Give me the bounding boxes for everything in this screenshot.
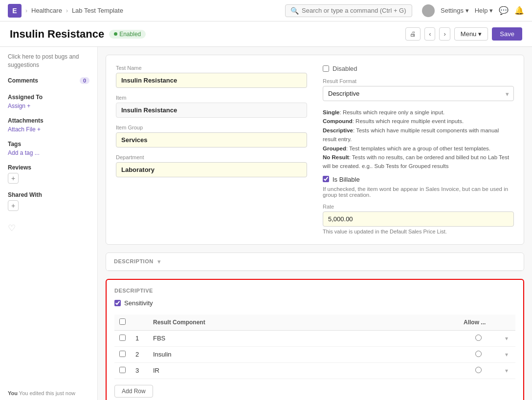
row-2-checkbox[interactable] <box>119 351 126 357</box>
search-input[interactable] <box>302 7 407 14</box>
nav-prev-button[interactable]: ‹ <box>424 27 435 41</box>
col-header-action <box>498 315 515 331</box>
item-group-label: Item Group <box>116 125 307 130</box>
print-button[interactable]: 🖨 <box>405 27 421 41</box>
row-3-dropdown-icon[interactable]: ▾ <box>505 367 508 374</box>
test-name-input[interactable] <box>116 73 307 88</box>
app-logo: E <box>8 4 22 18</box>
description-section: DESCRIPTION ▾ <box>106 253 524 271</box>
heart-icon[interactable]: ♡ <box>8 223 89 233</box>
sidebar-feedback[interactable]: Click here to post bugs and suggestions <box>8 53 89 69</box>
save-button[interactable]: Save <box>492 27 522 41</box>
rate-input[interactable] <box>323 211 514 227</box>
settings-button[interactable]: Settings ▾ <box>441 7 469 14</box>
sidebar-meta: You You edited this just now You created… <box>8 389 89 400</box>
sidebar-comments: Comments 0 <box>8 77 89 86</box>
help-button[interactable]: Help ▾ <box>475 7 493 14</box>
result-format-label: Result Format <box>323 78 514 84</box>
col-header-num <box>131 315 148 331</box>
row-1-allow-radio[interactable] <box>475 335 482 341</box>
add-row-button[interactable]: Add Row <box>114 385 153 398</box>
row-1-checkbox[interactable] <box>119 335 126 341</box>
item-group-field: Item Group <box>116 125 307 147</box>
avatar-icon <box>422 4 435 17</box>
row-3-action: ▾ <box>498 362 515 379</box>
row-1-dropdown-icon[interactable]: ▾ <box>505 335 508 342</box>
breadcrumb-lab-test[interactable]: Lab Test Template <box>72 7 123 14</box>
sidebar: Click here to post bugs and suggestions … <box>0 47 98 400</box>
chat-icon[interactable]: 💬 <box>499 6 509 15</box>
row-2-dropdown-icon[interactable]: ▾ <box>505 351 508 358</box>
desc-grouped-label: Grouped <box>323 146 346 151</box>
add-shared-button[interactable]: + <box>8 200 19 211</box>
comments-badge: 0 <box>80 77 89 84</box>
result-format-field: Result Format Single Compound Descriptiv… <box>323 78 514 101</box>
search-bar[interactable]: 🔍 <box>285 4 412 17</box>
billable-row: Is Billable <box>323 176 514 183</box>
item-group-input[interactable] <box>116 132 307 147</box>
page-title-area: Insulin Resistance Enabled <box>10 28 146 41</box>
result-table: Result Component Allow ... 1 FBS ▾ <box>114 315 515 379</box>
item-field: Item Insulin Resistance <box>116 95 307 118</box>
rate-label: Rate <box>323 204 514 210</box>
desc-no-result-label: No Result <box>323 154 349 160</box>
row-3-checkbox[interactable] <box>119 367 126 373</box>
breadcrumb-chevron-1: › <box>25 7 27 14</box>
result-format-select[interactable]: Single Compound Descriptive Grouped No R… <box>323 86 514 101</box>
rate-note: This value is updated in the Default Sal… <box>323 229 514 234</box>
row-3-allow-radio[interactable] <box>475 367 482 373</box>
sensitivity-row: Sensitivity <box>114 299 515 307</box>
assign-button[interactable]: Assign + <box>8 103 89 109</box>
comments-label: Comments <box>8 77 38 84</box>
form-right: Disabled Result Format Single Compound D… <box>323 65 514 234</box>
col-header-check <box>114 315 131 331</box>
sidebar-shared-with: Shared With + <box>8 191 89 211</box>
row-3-num: 3 <box>131 362 148 379</box>
attach-file-button[interactable]: Attach File + <box>8 126 89 133</box>
desc-compound-label: Compound <box>323 118 353 124</box>
desc-descriptive-label: Descriptive <box>323 127 353 133</box>
select-all-checkbox[interactable] <box>119 318 126 325</box>
edited-text: You You edited this just now <box>8 389 89 398</box>
table-row: 2 Insulin ▾ <box>114 346 515 362</box>
is-billable-label: Is Billable <box>332 176 360 183</box>
sidebar-assigned-to: Assigned To Assign + <box>8 94 89 109</box>
row-2-num: 2 <box>131 346 148 362</box>
row-1-num: 1 <box>131 330 148 346</box>
menu-chevron-icon: ▾ <box>478 30 482 38</box>
is-billable-checkbox[interactable] <box>323 176 329 182</box>
sensitivity-checkbox[interactable] <box>114 300 121 306</box>
row-3-component: IR <box>148 362 459 379</box>
disabled-label: Disabled <box>332 65 357 72</box>
result-format-select-wrapper: Single Compound Descriptive Grouped No R… <box>323 86 514 101</box>
form-card: Test Name Item Insulin Resistance Item G… <box>106 55 524 245</box>
description-header[interactable]: DESCRIPTION ▾ <box>106 253 524 271</box>
menu-button[interactable]: Menu ▾ <box>454 27 488 41</box>
search-icon: 🔍 <box>290 7 299 15</box>
add-tag-button[interactable]: Add a tag ... <box>8 149 89 156</box>
department-label: Department <box>116 154 307 160</box>
rate-field: Rate This value is updated in the Defaul… <box>323 204 514 234</box>
sidebar-reviews: Reviews + <box>8 164 89 184</box>
item-label: Item <box>116 95 307 101</box>
nav-next-button[interactable]: › <box>439 27 450 41</box>
result-description: Single: Results which require only a sin… <box>323 108 514 171</box>
bell-icon[interactable]: 🔔 <box>514 6 524 15</box>
department-input[interactable] <box>116 162 307 177</box>
department-field: Department <box>116 154 307 177</box>
row-1-allow <box>459 330 498 346</box>
add-review-button[interactable]: + <box>8 173 19 184</box>
disabled-row: Disabled <box>323 65 514 72</box>
breadcrumb-healthcare[interactable]: Healthcare <box>31 7 62 14</box>
row-3-allow <box>459 362 498 379</box>
page-header: Insulin Resistance Enabled 🖨 ‹ › Menu ▾ … <box>0 21 532 47</box>
form-left: Test Name Item Insulin Resistance Item G… <box>116 65 307 234</box>
assigned-to-label: Assigned To <box>8 94 89 101</box>
attachments-label: Attachments <box>8 117 89 124</box>
row-2-allow-radio[interactable] <box>475 351 482 357</box>
sidebar-tags: Tags Add a tag ... <box>8 141 89 156</box>
disabled-checkbox[interactable] <box>323 65 329 72</box>
topnav: E › Healthcare › Lab Test Template 🔍 Set… <box>0 0 532 21</box>
page-actions: 🖨 ‹ › Menu ▾ Save <box>405 27 522 41</box>
sidebar-attachments: Attachments Attach File + <box>8 117 89 133</box>
